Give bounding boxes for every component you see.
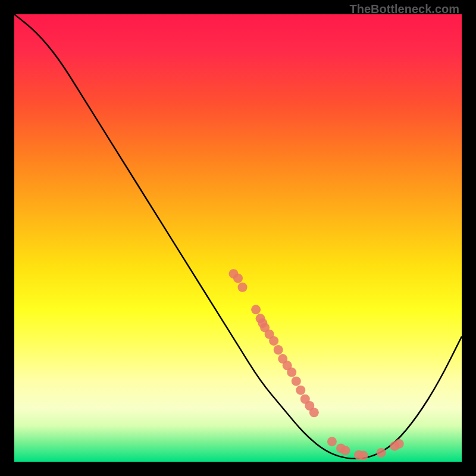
data-point-marker bbox=[269, 336, 278, 346]
watermark-text: TheBottleneck.com bbox=[350, 2, 459, 16]
data-point-marker bbox=[292, 377, 301, 386]
data-point-marker bbox=[340, 446, 350, 455]
data-point-marker bbox=[233, 274, 243, 283]
chart-markers bbox=[228, 269, 403, 460]
data-point-marker bbox=[251, 305, 261, 314]
data-point-marker bbox=[394, 439, 404, 449]
data-point-marker bbox=[296, 386, 305, 395]
chart-curve bbox=[14, 14, 462, 459]
data-point-marker bbox=[359, 450, 368, 460]
data-point-marker bbox=[238, 283, 248, 292]
data-point-marker bbox=[274, 345, 283, 355]
chart-svg bbox=[14, 14, 462, 462]
data-point-marker bbox=[309, 408, 319, 417]
data-point-marker bbox=[377, 448, 386, 458]
data-point-marker bbox=[287, 368, 296, 377]
bottleneck-curve bbox=[14, 14, 462, 459]
data-point-marker bbox=[327, 437, 337, 446]
